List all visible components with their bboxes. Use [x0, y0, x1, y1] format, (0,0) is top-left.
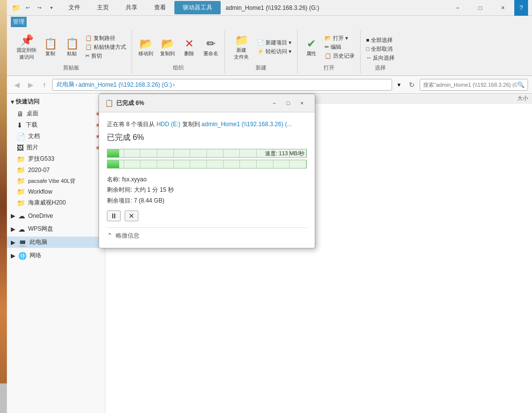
- clipboard-small-actions: 📋 复制路径 📋 粘贴快捷方式 ✂ 剪切: [84, 34, 128, 60]
- documents-icon: 📄: [17, 133, 25, 140]
- move-icon: 📂: [139, 37, 153, 50]
- help-button[interactable]: ?: [514, 0, 528, 16]
- sidebar-item-logitech[interactable]: 📁 罗技G533: [7, 153, 105, 165]
- sidebar-item-2020-07[interactable]: 📁 2020-07: [7, 165, 105, 175]
- pacsafe-label: pacsafe Vibe 40L背: [28, 177, 75, 185]
- sidebar-item-pictures[interactable]: 🖼 图片 📌: [7, 142, 105, 153]
- this-pc-label: 此电脑: [30, 238, 47, 246]
- downloads-icon: ⬇: [17, 121, 23, 129]
- sidebar-item-workflow[interactable]: 📁 Workflow: [7, 186, 105, 197]
- delete-label: 删除: [184, 50, 194, 57]
- ribbon-content: 📌 固定到快速访问 📋 复制 📋 粘贴 📋 复制路径 📋 粘贴快捷方式: [7, 28, 532, 75]
- path-this-pc[interactable]: 此电脑: [57, 80, 74, 89]
- minimize-button[interactable]: −: [446, 0, 469, 16]
- cut-button[interactable]: ✂ 剪切: [84, 52, 128, 60]
- new-item-button[interactable]: 📄 新建项目 ▾: [256, 38, 293, 47]
- delete-button[interactable]: ✕ 删除: [179, 36, 199, 58]
- stop-button[interactable]: ✕: [125, 210, 138, 221]
- select-all-button[interactable]: ■ 全部选择: [365, 36, 396, 44]
- pause-button[interactable]: ⏸: [107, 210, 121, 221]
- progress-bar-file: [107, 160, 307, 169]
- deselect-all-button[interactable]: □ 全部取消: [365, 45, 396, 53]
- new-small-actions: 📄 新建项目 ▾ ⚡ 轻松访问 ▾: [256, 38, 293, 56]
- sidebar-section-network: ▶ 🌐 网络: [7, 250, 105, 261]
- up-button[interactable]: ↑: [38, 79, 50, 91]
- chevron-right-icon: ▾: [11, 99, 14, 105]
- sidebar-item-desktop[interactable]: 🖥 桌面 📌: [7, 108, 105, 119]
- copy-to-button[interactable]: 📂 复制到: [158, 36, 177, 58]
- history-button[interactable]: 📋 历史记录: [323, 52, 356, 60]
- refresh-button[interactable]: ↻: [406, 79, 418, 91]
- search-input[interactable]: [423, 82, 517, 88]
- sidebar-item-network[interactable]: ▶ 🌐 网络: [7, 250, 105, 261]
- copy-button[interactable]: 📋 复制: [40, 36, 60, 58]
- dialog-restore-button[interactable]: □: [281, 98, 295, 108]
- tab-share[interactable]: 共享: [117, 1, 146, 14]
- sidebar-item-this-pc[interactable]: ▶ 💻 此电脑: [7, 237, 105, 248]
- pin-label: 固定到快速访问: [17, 47, 36, 61]
- items-remaining: 剩余项目: 7 (8.44 GB): [107, 196, 307, 206]
- sidebar-item-pacsafe[interactable]: 📁 pacsafe Vibe 40L背: [7, 175, 105, 186]
- folder-icon-2: 📁: [17, 166, 25, 174]
- pin-to-quick-access-button[interactable]: 📌 固定到快速访问: [15, 33, 38, 62]
- window-controls: − □ × ?: [446, 0, 528, 16]
- address-path[interactable]: 此电脑 › admin_Home1 (\\192.168.3.26) (G:) …: [52, 79, 392, 91]
- chevron-right-icon-3: ▶: [11, 226, 15, 233]
- sidebar-item-downloads[interactable]: ⬇ 下载 📌: [7, 119, 105, 131]
- copy-icon: 📋: [44, 37, 57, 50]
- path-drive[interactable]: admin_Home1 (\\192.168.3.26) (G:): [78, 81, 172, 88]
- move-to-button[interactable]: 📂 移动到: [136, 36, 156, 58]
- paste-label: 粘贴: [67, 50, 77, 57]
- dialog-title-bar: 📋 已完成 6% − □ ×: [99, 94, 315, 112]
- easy-access-button[interactable]: ⚡ 轻松访问 ▾: [256, 47, 293, 56]
- onedrive-label: OneDrive: [28, 212, 53, 219]
- sidebar-item-documents[interactable]: 📄 文档 📌: [7, 131, 105, 142]
- path-dropdown[interactable]: ▾: [394, 81, 404, 88]
- wps-icon: ☁: [18, 225, 25, 233]
- sidebar-section-onedrive: ▶ ☁ OneDrive: [7, 210, 105, 221]
- select-label: 选择: [375, 62, 386, 71]
- sidebar-item-onedrive[interactable]: ▶ ☁ OneDrive: [7, 210, 105, 221]
- paste-shortcut-button[interactable]: 📋 粘贴快捷方式: [84, 43, 128, 51]
- maximize-button[interactable]: □: [469, 0, 492, 16]
- sidebar-item-hik[interactable]: 📁 海康威视H200: [7, 197, 105, 208]
- new-folder-button[interactable]: 📁 新建文件夹: [229, 33, 254, 62]
- open-items: ✔ 属性 📂 打开 ▾ ✏ 编辑 📋 历史记录: [301, 32, 356, 62]
- tab-drive-tools[interactable]: 驱动器工具: [174, 1, 221, 14]
- sidebar-header-quick-access[interactable]: ▾ 快速访问: [7, 96, 105, 108]
- dialog-summary-toggle[interactable]: ⌃ 略微信息: [107, 227, 307, 240]
- search-box: 🔍: [420, 79, 528, 91]
- wps-label: WPS网盘: [28, 225, 53, 233]
- dialog-close-button[interactable]: ×: [295, 98, 309, 108]
- dialog-minimize-button[interactable]: −: [267, 98, 281, 108]
- desktop-label: 桌面: [27, 109, 38, 118]
- back-button[interactable]: ◀: [11, 79, 23, 91]
- folder-icon: 📁: [11, 3, 21, 13]
- tab-view[interactable]: 查看: [146, 1, 174, 14]
- forward-button[interactable]: ▶: [25, 79, 36, 91]
- folder-icon-3: 📁: [17, 177, 25, 185]
- ribbon-group-clipboard: 📌 固定到快速访问 📋 复制 📋 粘贴 📋 复制路径 📋 粘贴快捷方式: [11, 30, 132, 73]
- properties-button[interactable]: ✔ 属性: [301, 36, 321, 58]
- sidebar-item-wps[interactable]: ▶ ☁ WPS网盘: [7, 223, 105, 235]
- sidebar: ▾ 快速访问 🖥 桌面 📌 ⬇ 下载 📌 📄 文档 📌: [7, 94, 105, 413]
- close-button[interactable]: ×: [492, 0, 514, 16]
- open-button[interactable]: 📂 打开 ▾: [323, 34, 356, 42]
- address-bar: ◀ ▶ ↑ 此电脑 › admin_Home1 (\\192.168.3.26)…: [7, 76, 532, 94]
- paste-button[interactable]: 📋 粘贴: [62, 36, 82, 58]
- move-label: 移动到: [138, 50, 153, 57]
- edit-button[interactable]: ✏ 编辑: [323, 43, 356, 51]
- rename-icon: ✏: [206, 37, 215, 50]
- undo-icon: ↩: [23, 3, 33, 13]
- folder-icon-1: 📁: [17, 155, 25, 163]
- title-bar: 📁 ↩ ↪ ▾ 文件 主页 共享 查看 驱动器工具 admin_Home1 (\…: [7, 0, 532, 16]
- downloads-label: 下载: [26, 121, 37, 129]
- dialog-title-controls: − □ ×: [267, 98, 309, 108]
- tab-file[interactable]: 文件: [60, 1, 89, 14]
- hik-label: 海康威视H200: [28, 199, 66, 207]
- redo-icon: ↪: [34, 3, 44, 13]
- copy-path-button[interactable]: 📋 复制路径: [84, 34, 128, 42]
- invert-selection-button[interactable]: ↔ 反向选择: [365, 54, 396, 62]
- rename-button[interactable]: ✏ 重命名: [201, 36, 221, 58]
- tab-home[interactable]: 主页: [89, 1, 117, 14]
